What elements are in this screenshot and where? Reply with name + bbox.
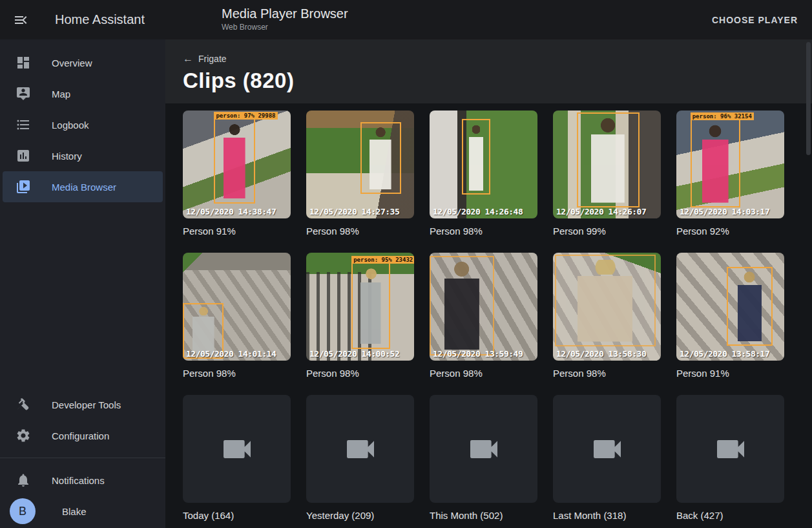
sidebar-item-media-browser[interactable]: Media Browser [3,171,163,202]
video-camera-icon [466,431,502,467]
clip-thumbnail: 12/05/2020 13:58:30 Person 98% [553,253,661,380]
sidebar-item-label: Configuration [52,430,109,441]
bell-icon [16,472,31,488]
folder-label: Yesterday (209) [306,509,414,522]
clip-caption: Person 98% [306,224,414,238]
clip-timestamp-overlay: 12/05/2020 13:58:30 [556,349,646,359]
clip-timestamp-overlay: 12/05/2020 14:38:47 [186,207,276,216]
clip-timestamp-overlay: 12/05/2020 14:26:48 [433,207,523,216]
hammer-icon [16,397,31,412]
sidebar-toggle-button[interactable] [13,12,28,28]
clip-image[interactable]: 12/05/2020 14:27:35 [306,111,414,218]
clip-thumbnail: 12/05/2020 14:27:35 Person 98% [306,111,414,238]
bar-chart-icon [16,148,31,164]
clip-image[interactable]: 12/05/2020 14:26:07 [553,111,661,218]
folder-today[interactable] [183,395,291,503]
sidebar-item-label: Map [52,89,70,100]
sidebar: Overview Map Logbook History Media Brows… [0,39,165,528]
clip-image[interactable]: 12/05/2020 14:01:14 [183,253,291,361]
media-browser-subtitle: Web Browser [222,23,348,32]
clip-timestamp-overlay: 12/05/2020 14:27:35 [309,207,399,216]
sidebar-item-history[interactable]: History [3,140,163,171]
detection-box [555,255,655,346]
detection-box: person: 95% 23432 [351,262,390,349]
gear-icon [16,428,31,443]
folder-this-month[interactable] [430,395,537,503]
detection-label: person: 95% 23432 [351,256,414,264]
media-browser-title: Media Player Browser [222,6,348,21]
avatar: B [10,498,36,524]
media-grid-container: person: 97% 29988 12/05/2020 14:38:47 Pe… [165,103,812,528]
sidebar-item-configuration[interactable]: Configuration [3,420,163,451]
clip-caption: Person 98% [430,366,537,380]
detection-box [462,119,490,195]
top-app-bar: Home Assistant Media Player Browser Web … [0,0,812,39]
video-camera-icon [219,431,255,467]
sidebar-item-label: Developer Tools [52,399,121,410]
video-camera-icon [713,431,749,467]
clip-thumbnail: 12/05/2020 13:59:49 Person 98% [430,253,537,380]
sidebar-item-map[interactable]: Map [3,78,163,109]
list-icon [16,117,31,132]
back-arrow-icon: ← [183,54,193,63]
clip-thumbnail: 12/05/2020 14:26:48 Person 98% [430,111,537,238]
video-camera-icon [589,431,625,467]
detection-box [727,267,772,346]
sidebar-item-logbook[interactable]: Logbook [3,109,163,140]
folder-last-month[interactable] [553,395,661,503]
folder-cell-last-month: Last Month (318) [553,395,661,522]
user-name-label: Blake [62,506,87,517]
breadcrumb-back-frigate[interactable]: ← Frigate [183,54,227,64]
clip-image[interactable]: person: 97% 29988 12/05/2020 14:38:47 [183,111,291,218]
clip-image[interactable]: 12/05/2020 13:58:30 [553,253,661,361]
breadcrumb-label: Frigate [198,54,227,64]
folder-label: Last Month (318) [553,509,661,522]
folder-cell-this-month: This Month (502) [430,395,537,522]
detection-box [430,256,494,355]
clip-image[interactable]: 12/05/2020 13:58:17 [676,253,784,361]
clip-thumbnail: 12/05/2020 13:58:17 Person 91% [676,253,784,380]
clip-caption: Person 98% [553,366,661,380]
detection-box [360,122,401,193]
sidebar-item-label: Overview [52,58,92,69]
scrollbar-thumb[interactable] [806,42,811,155]
clip-caption: Person 92% [676,224,784,238]
clip-caption: Person 98% [306,366,414,380]
clip-thumbnail: person: 97% 29988 12/05/2020 14:38:47 Pe… [183,111,291,238]
clip-timestamp-overlay: 12/05/2020 13:59:49 [433,349,523,359]
clip-image[interactable]: 12/05/2020 13:59:49 [430,253,537,361]
menu-collapse-icon [13,19,28,30]
sidebar-item-developer-tools[interactable]: Developer Tools [3,389,163,420]
clip-image[interactable]: person: 96% 32154 12/05/2020 14:03:17 [676,111,784,218]
folder-cell-yesterday: Yesterday (209) [306,395,414,522]
detection-box [577,112,640,207]
folder-back[interactable] [676,395,784,503]
clip-timestamp-overlay: 12/05/2020 14:00:52 [309,349,399,359]
sidebar-item-notifications[interactable]: Notifications [3,465,163,496]
sidebar-item-label: Notifications [52,475,105,486]
sidebar-item-user-profile[interactable]: B Blake [3,496,163,527]
clip-thumbnail: person: 96% 32154 12/05/2020 14:03:17 Pe… [676,111,784,238]
clip-timestamp-overlay: 12/05/2020 13:58:17 [680,349,769,359]
folder-yesterday[interactable] [306,395,414,503]
map-account-icon [16,86,31,101]
choose-player-button[interactable]: CHOOSE PLAYER [707,0,803,39]
media-grid: person: 97% 29988 12/05/2020 14:38:47 Pe… [183,111,802,522]
detection-label: person: 96% 32154 [691,112,754,120]
content-header: ← Frigate Clips (820) [165,39,812,103]
clip-thumbnail: person: 95% 23432 12/05/2020 14:00:52 Pe… [306,253,414,380]
clip-caption: Person 91% [676,366,784,380]
clip-caption: Person 91% [183,224,291,238]
dashboard-icon [16,55,31,70]
folder-label: This Month (502) [430,509,537,522]
clip-timestamp-overlay: 12/05/2020 14:26:07 [556,207,646,216]
clip-caption: Person 99% [553,224,661,238]
clip-image[interactable]: person: 95% 23432 12/05/2020 14:00:52 [306,253,414,361]
app-title: Home Assistant [55,12,145,27]
sidebar-bottom: Developer Tools Configuration Notificati… [0,389,165,527]
sidebar-item-label: Logbook [52,120,89,131]
sidebar-item-overview[interactable]: Overview [3,47,163,78]
clip-image[interactable]: 12/05/2020 14:26:48 [430,111,537,218]
detection-label: person: 97% 29988 [214,112,277,120]
detection-box: person: 97% 29988 [214,118,255,204]
